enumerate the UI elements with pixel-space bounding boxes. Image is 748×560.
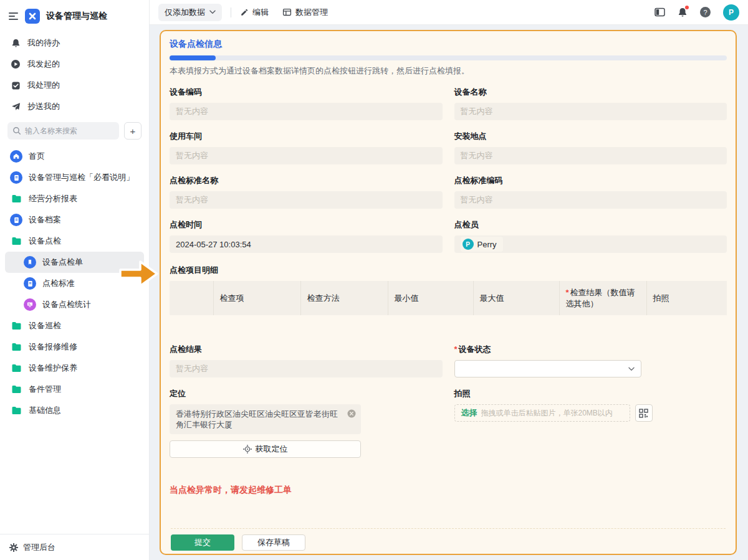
form-footer: 提交 保存草稿: [171, 528, 726, 551]
field-label: 设备编码: [170, 87, 443, 98]
sidebar-item-repair[interactable]: 设备报修维修: [5, 336, 144, 358]
photo-select-label: 选择: [461, 407, 477, 419]
form-description: 本表填报方式为通过设备档案数据详情页的点检按钮进行跳转，然后进行点检填报。: [170, 65, 727, 77]
table-header-check-method: 检查方法: [300, 281, 388, 315]
save-draft-button[interactable]: 保存草稿: [242, 534, 305, 551]
search-box[interactable]: [7, 122, 119, 140]
table-header-max-value: 最大值: [473, 281, 559, 315]
field-label: 点检标准编码: [454, 175, 727, 186]
inspector-avatar: P: [463, 239, 474, 250]
sidebar-header: 设备管理与巡检: [0, 4, 149, 29]
menu-item-label: 首页: [29, 151, 45, 162]
add-data-only-button[interactable]: 仅添加数据: [158, 4, 222, 21]
sidebar-item-device-patrol[interactable]: 设备巡检: [5, 315, 144, 336]
folder-icon: [10, 194, 22, 203]
sidebar-item-inspection-stats[interactable]: 设备点检统计: [5, 294, 144, 315]
menu-item-label: 设备点检单: [42, 257, 83, 268]
sidebar-item-analysis-report[interactable]: 经营分析报表: [5, 188, 144, 209]
help-glyph: ?: [703, 9, 707, 16]
sidebar-item-my-initiated[interactable]: 我发起的: [0, 54, 149, 75]
check-square-icon: [11, 81, 21, 90]
inspection-detail-section: 点检项目明细 检查项 检查方法 最小值 最大值 *检查结果（数值请选其他） 拍照: [170, 265, 727, 315]
field-workshop: 使用车间 暂无内容: [170, 131, 443, 164]
clear-location-icon[interactable]: [347, 409, 356, 418]
field-standard-code: 点检标准编码 暂无内容: [454, 175, 727, 209]
edit-button[interactable]: 编辑: [240, 7, 269, 18]
user-avatar[interactable]: P: [723, 4, 739, 21]
menu-item-label: 设备点检统计: [42, 299, 91, 310]
form-panel: 设备点检信息 本表填报方式为通过设备档案数据详情页的点检按钮进行跳转，然后进行点…: [160, 30, 737, 555]
folder-icon: [10, 343, 22, 351]
play-circle-icon: [11, 59, 21, 69]
required-mark: *: [454, 344, 458, 354]
bookmark-icon: [24, 256, 36, 268]
quick-item-label: 我的待办: [27, 37, 60, 49]
sidebar-item-maintenance[interactable]: 设备维护保养: [5, 358, 144, 379]
folder-icon: [10, 385, 22, 394]
home-icon: [10, 150, 22, 163]
placeholder-text: 暂无内容: [461, 150, 493, 161]
notifications-bell-icon[interactable]: [678, 7, 688, 17]
install-location-input: 暂无内容: [454, 147, 727, 164]
field-label: 定位: [170, 388, 443, 399]
table-header-check-result: *检查结果（数值请选其他）: [559, 281, 646, 315]
sidebar-item-device-archive[interactable]: 设备档案: [5, 209, 144, 230]
add-page-button[interactable]: +: [124, 122, 141, 140]
abnormal-inspection-warning: 当点检异常时，请发起维修工单: [170, 485, 727, 496]
get-location-label: 获取定位: [256, 444, 288, 455]
field-label: 安装地点: [454, 131, 727, 142]
table-header-empty: [170, 281, 213, 315]
field-inspector: 点检员 P Perry: [454, 219, 727, 253]
sidebar-item-cc-me[interactable]: 抄送我的: [0, 96, 149, 117]
required-mark: *: [566, 288, 569, 297]
sidebar-item-base-info[interactable]: 基础信息: [5, 400, 144, 421]
get-location-button[interactable]: 获取定位: [170, 440, 361, 458]
placeholder-text: 暂无内容: [176, 363, 208, 374]
device-name-input: 暂无内容: [454, 103, 727, 120]
field-device-code: 设备编码 暂无内容: [170, 87, 443, 120]
field-label: 点检时间: [170, 219, 443, 230]
menu-item-label: 备件管理: [29, 384, 61, 395]
admin-console-button[interactable]: 管理后台: [0, 534, 149, 560]
field-label: 点检员: [454, 219, 727, 230]
field-location: 定位 香港特别行政区油尖旺区油尖旺区亚皆老街旺角汇丰银行大厦 获取定位: [170, 388, 443, 458]
sidebar-item-must-read[interactable]: 设备管理与巡检「必看说明」: [5, 167, 144, 188]
search-input[interactable]: [25, 126, 114, 135]
sidebar-item-my-todo[interactable]: 我的待办: [0, 32, 149, 54]
sidebar-item-device-inspection[interactable]: 设备点检: [5, 230, 144, 252]
location-value-box: 香港特别行政区油尖旺区油尖旺区亚皆老街旺角汇丰银行大厦: [170, 404, 361, 434]
data-manage-button[interactable]: 数据管理: [282, 7, 328, 18]
chevron-down-icon: [209, 10, 216, 14]
device-status-select[interactable]: [454, 360, 641, 377]
admin-console-label: 管理后台: [23, 542, 55, 553]
photo-upload-dropzone[interactable]: 选择 拖拽或单击后粘贴图片，单张20MB以内: [454, 404, 630, 422]
sidebar-item-home[interactable]: 首页: [5, 146, 144, 167]
menu-item-label: 设备点检: [29, 235, 61, 247]
table-header-min-value: 最小值: [388, 281, 473, 315]
main-area: 设备点检信息 本表填报方式为通过设备档案数据详情页的点检按钮进行跳转，然后进行点…: [150, 25, 748, 560]
menu-item-label: 设备管理与巡检「必看说明」: [29, 172, 134, 183]
field-standard-name: 点检标准名称 暂无内容: [170, 175, 443, 209]
menu-item-label: 设备报修维修: [29, 341, 77, 353]
inspector-input: P Perry: [454, 235, 727, 253]
help-icon[interactable]: ?: [700, 7, 711, 17]
field-label: 点检结果: [170, 344, 443, 355]
document-icon: [24, 277, 36, 290]
field-photo: 拍照 选择 拖拽或单击后粘贴图片，单张20MB以内: [454, 388, 727, 458]
sidebar-item-my-processed[interactable]: 我处理的: [0, 75, 149, 96]
search-icon: [12, 126, 21, 135]
quick-item-label: 我处理的: [27, 80, 60, 91]
submit-button[interactable]: 提交: [171, 534, 234, 551]
document-icon: [10, 171, 22, 184]
field-device-name: 设备名称 暂无内容: [454, 87, 727, 120]
bell-icon: [11, 38, 21, 48]
form-progress-track: [170, 55, 727, 60]
field-install-location: 安装地点 暂无内容: [454, 131, 727, 164]
topbar-divider: [231, 7, 231, 17]
sidebar-item-spare-parts[interactable]: 备件管理: [5, 379, 144, 400]
qr-upload-button[interactable]: [635, 404, 653, 422]
field-label: 拍照: [454, 388, 727, 399]
side-panel-toggle-icon[interactable]: [654, 7, 665, 17]
device-code-input: 暂无内容: [170, 103, 443, 120]
menu-toggle-icon[interactable]: [9, 12, 19, 20]
